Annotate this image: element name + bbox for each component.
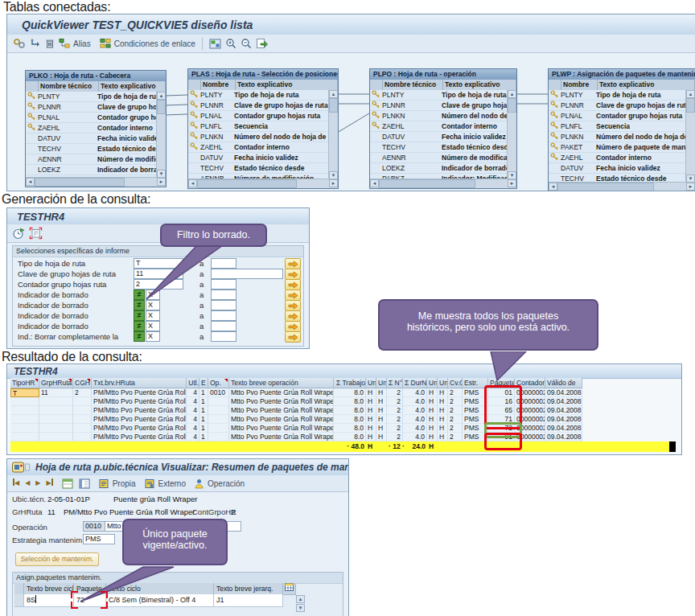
- column-header[interactable]: CGH: [73, 378, 92, 388]
- column-header[interactable]: Válido de: [545, 378, 582, 388]
- field-row[interactable]: ZAEHLContador interno: [549, 153, 695, 163]
- propia-button[interactable]: Propia: [113, 479, 136, 488]
- zoom-out-icon[interactable]: [241, 38, 252, 49]
- column-header[interactable]: Σ N°: [387, 378, 403, 388]
- insert-table-icon[interactable]: [30, 38, 41, 49]
- column-header[interactable]: Σ DurNor: [403, 378, 427, 388]
- multiple-selection-button[interactable]: [285, 279, 301, 290]
- field-row[interactable]: ZAEHLContador interno: [26, 123, 166, 133]
- first-page-icon[interactable]: ◀: [13, 478, 19, 489]
- alias-icon[interactable]: [59, 38, 71, 49]
- exclude-icon[interactable]: ≠: [134, 321, 145, 331]
- vertical-scrollbar[interactable]: ▲▼: [328, 90, 338, 179]
- multiple-selection-button[interactable]: [285, 258, 301, 269]
- delete-icon[interactable]: [45, 38, 55, 49]
- column-header[interactable]: Texto breve jerarq.: [214, 583, 283, 595]
- table-panel-plpo[interactable]: PLPO : Hoja de ruta - operación Nombre t…: [369, 68, 517, 189]
- column-header[interactable]: Utl.: [187, 378, 199, 388]
- sequence-view-icon[interactable]: [79, 478, 90, 489]
- ciclo-cell[interactable]: 8S: [24, 594, 74, 607]
- next-page-icon[interactable]: ▶: [35, 478, 40, 489]
- column-header[interactable]: Un.: [427, 378, 438, 388]
- field-row[interactable]: AENNRNúmero de modificación: [370, 153, 516, 163]
- field-row[interactable]: LOEKZIndicador de borrado: [370, 163, 516, 174]
- from-input[interactable]: X: [146, 321, 160, 331]
- scroll-down-icon[interactable]: ▼: [296, 604, 305, 612]
- field-row[interactable]: PLNTYTipo de hoja de ruta: [26, 92, 166, 102]
- join-conditions-icon[interactable]: [100, 38, 112, 49]
- field-row[interactable]: PLNFLSecuencia: [549, 121, 695, 132]
- field-row[interactable]: DATUVFecha inicio validez: [370, 132, 516, 142]
- horizontal-scrollbar[interactable]: ◄►: [26, 177, 166, 187]
- column-header[interactable]: Σ Trabajo: [334, 378, 366, 388]
- scroll-left-icon[interactable]: ◄: [549, 183, 557, 191]
- scroll-up-icon[interactable]: ▲: [296, 595, 305, 603]
- scroll-up-icon[interactable]: ▲: [329, 90, 338, 98]
- field-row[interactable]: PLNALContador grupo hojas ruta: [549, 111, 695, 121]
- jerarq-cell[interactable]: J1: [214, 594, 283, 607]
- externo-button[interactable]: Externo: [158, 479, 186, 488]
- column-header[interactable]: E: [199, 378, 208, 388]
- field-row[interactable]: PLNTYTipo de hoja de ruta: [188, 90, 338, 101]
- table-panel-plko[interactable]: PLKO : Hoja de ruta - Cabecera Nombre té…: [25, 70, 167, 187]
- field-row[interactable]: PLNKNNúmero del nodo de hoja de ruta: [549, 132, 695, 142]
- column-header[interactable]: Texto breve ciclo: [24, 583, 74, 595]
- field-row[interactable]: PLNTYTipo de hoja de ruta: [549, 90, 695, 101]
- from-input[interactable]: X: [146, 331, 160, 342]
- scroll-right-icon[interactable]: ►: [508, 179, 516, 187]
- transaction-icon[interactable]: [12, 462, 30, 473]
- seleccion-mantenim-button[interactable]: Selección de mantenim.: [15, 552, 99, 566]
- scroll-right-icon[interactable]: ►: [157, 178, 166, 186]
- column-header[interactable]: TipoHR: [10, 378, 39, 388]
- field-row[interactable]: PLNALContador grupo hojas ruta: [188, 111, 338, 121]
- scroll-left-icon[interactable]: ◄: [370, 179, 379, 187]
- column-header[interactable]: Un.: [366, 378, 376, 388]
- field-row[interactable]: PLNTYTipo de hoja de ruta: [370, 90, 516, 101]
- execute-icon[interactable]: [13, 228, 25, 240]
- field-row[interactable]: ZAEHLContador interno: [370, 121, 516, 132]
- multiple-selection-button[interactable]: [285, 300, 301, 311]
- horizontal-scrollbar[interactable]: ◄►: [188, 179, 338, 188]
- join-conditions-button[interactable]: Condiciones de enlace: [114, 39, 195, 48]
- field-row[interactable]: PAKETNúmero de paquete de mantenimiento: [549, 142, 695, 153]
- layout-icon[interactable]: [209, 39, 221, 49]
- last-page-icon[interactable]: ▶: [46, 478, 52, 489]
- field-row[interactable]: PLNNRClave de grupo hojas de ruta: [26, 102, 166, 113]
- column-header[interactable]: Cv.C: [448, 378, 463, 388]
- header-view-icon[interactable]: [62, 478, 73, 489]
- table-settings-icon[interactable]: [283, 583, 296, 595]
- field-row[interactable]: PLNKNNúmero del nodo de hoja de rut: [370, 111, 516, 121]
- field-row[interactable]: PLNKNNúmero del nodo de hoja de ruta: [188, 132, 338, 142]
- row-selector[interactable]: [14, 594, 24, 607]
- table-panel-plas[interactable]: PLAS : Hoja de ruta - Selección de posic…: [187, 68, 339, 189]
- get-variant-icon[interactable]: [29, 227, 43, 240]
- field-row[interactable]: DATUVFecha inicio validez: [549, 163, 695, 174]
- join-tables-icon[interactable]: [13, 38, 26, 49]
- field-row[interactable]: PLNNRClave de grupo hojas de ruta: [188, 101, 338, 111]
- operacion-button[interactable]: Operación: [208, 479, 245, 488]
- field-row[interactable]: DATUVFecha inicio validez: [26, 133, 166, 144]
- field-row[interactable]: AENNRNúmero de modificación: [26, 154, 166, 165]
- field-row[interactable]: PLNFLSecuencia: [188, 121, 338, 132]
- table-row[interactable]: [14, 606, 283, 607]
- multiple-selection-button[interactable]: [285, 310, 301, 322]
- field-row[interactable]: TECHVEstado técnico desde: [188, 163, 338, 174]
- zoom-in-icon[interactable]: [225, 38, 236, 49]
- to-input[interactable]: [211, 331, 236, 342]
- operation-number-field[interactable]: 0010: [83, 521, 105, 532]
- multiple-selection-button[interactable]: [285, 331, 301, 343]
- scroll-left-icon[interactable]: ◄: [188, 179, 197, 187]
- alias-button[interactable]: Alias: [73, 39, 91, 48]
- scroll-up-icon[interactable]: ▲: [686, 90, 695, 98]
- exclude-icon[interactable]: ≠: [134, 310, 145, 321]
- column-header[interactable]: GrpHRuta: [39, 378, 73, 388]
- field-row[interactable]: TECHVEstado técnico desde: [370, 142, 516, 153]
- horizontal-scrollbar[interactable]: ◄►: [549, 182, 695, 191]
- column-header[interactable]: Texto breve operación: [229, 378, 334, 388]
- scroll-right-icon[interactable]: ►: [686, 183, 695, 191]
- vertical-scrollbar[interactable]: ▲▼: [507, 90, 516, 179]
- field-row[interactable]: PLNALContador grupo hojas ruta: [26, 113, 166, 123]
- previous-page-icon[interactable]: ◀: [25, 478, 30, 489]
- from-input[interactable]: X: [146, 310, 160, 321]
- scroll-right-icon[interactable]: ►: [329, 179, 338, 187]
